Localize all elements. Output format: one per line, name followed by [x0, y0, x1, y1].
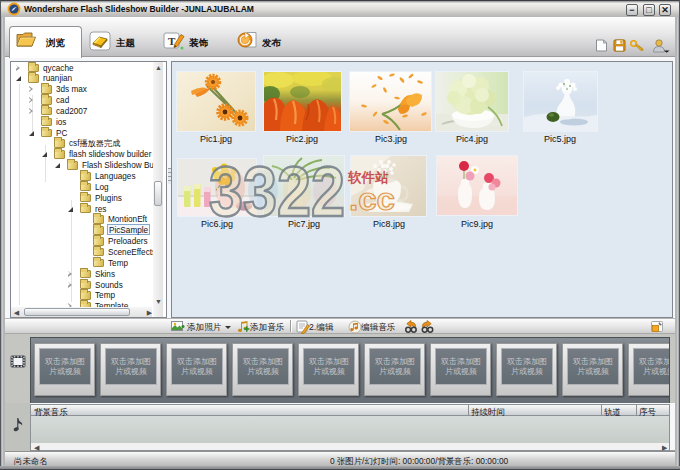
svg-text:3322: 3322: [209, 153, 345, 223]
svg-text:.cc: .cc: [349, 182, 395, 217]
svg-text:软件站: 软件站: [347, 170, 389, 185]
